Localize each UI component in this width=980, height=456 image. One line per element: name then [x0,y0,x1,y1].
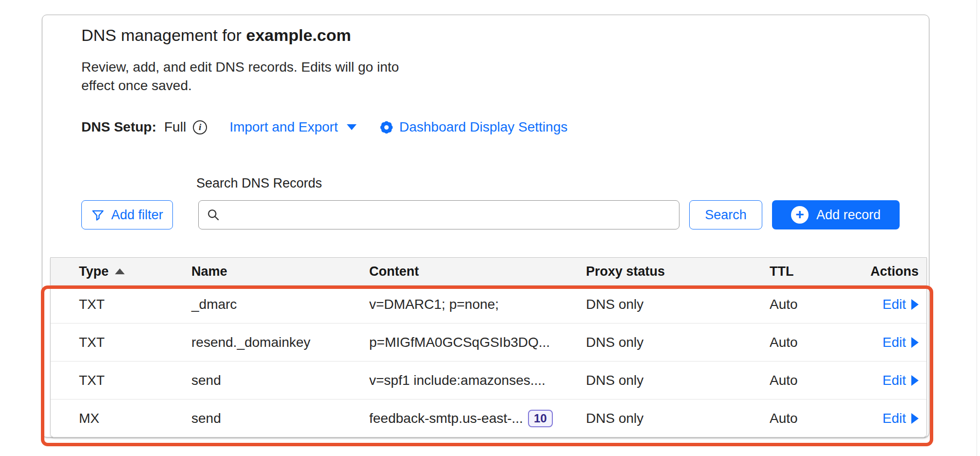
cell-actions: Edit [863,335,919,350]
dashboard-display-settings-link[interactable]: Dashboard Display Settings [380,119,568,135]
search-button[interactable]: Search [689,200,762,229]
header-label-actions: Actions [870,264,919,279]
triangle-right-icon [911,299,919,310]
cell-proxy-status-text: DNS only [586,335,643,350]
cell-type-text: TXT [79,373,105,388]
header-cell-content: Content [369,264,586,279]
edit-button-label: Edit [883,335,906,350]
search-icon [207,208,220,222]
cell-ttl: Auto [770,297,863,312]
table-row: MXsendfeedback-smtp.us-east-...10DNS onl… [51,399,926,437]
edit-button[interactable]: Edit [883,297,919,312]
cell-actions: Edit [863,297,919,312]
search-field-label: Search DNS Records [196,176,322,191]
edit-button-label: Edit [883,373,906,388]
cell-content-text: p=MIGfMA0GCSqGSIb3DQ... [369,335,550,350]
cell-name: _dmarc [191,297,369,312]
header-label-content: Content [369,264,419,279]
edit-button[interactable]: Edit [883,411,919,426]
cell-name-text: resend._domainkey [191,335,310,350]
cell-name-text: _dmarc [191,297,237,312]
table-body: TXT_dmarcv=DMARC1; p=none;DNS onlyAutoEd… [51,285,926,437]
triangle-right-icon [911,375,919,386]
cell-name: send [191,373,369,388]
cell-type-text: TXT [79,335,105,350]
header-cell-type[interactable]: Type [79,264,191,279]
search-input-container [198,200,679,229]
funnel-icon [91,208,105,222]
dns-setup-value: Full [164,119,186,135]
cell-proxy-status: DNS only [586,411,770,426]
cell-content: p=MIGfMA0GCSqGSIb3DQ... [369,335,586,350]
cell-ttl-text: Auto [770,297,798,312]
cell-content: feedback-smtp.us-east-...10 [369,410,586,427]
add-record-label: Add record [816,208,881,223]
dns-management-card: DNS management for example.com Review, a… [42,15,929,437]
page-description: Review, add, and edit DNS records. Edits… [81,58,403,95]
cell-type-text: MX [79,411,99,426]
header-label-ttl: TTL [770,264,793,279]
header-cell-name: Name [191,264,369,279]
table-header-row: TypeNameContentProxy statusTTLActions [51,258,926,285]
import-export-label: Import and Export [229,119,338,135]
cell-proxy-status: DNS only [586,373,770,388]
dns-setup-row: DNS Setup: Full i Import and Export Dash… [81,119,567,135]
cell-type: TXT [79,297,191,312]
cell-ttl-text: Auto [770,411,798,426]
triangle-right-icon [911,337,919,348]
chevron-down-icon [347,124,357,130]
cell-type: MX [79,411,191,426]
cell-actions: Edit [863,411,919,426]
header-label-proxy-status: Proxy status [586,264,665,279]
cell-content-text: v=spf1 include:amazonses.... [369,373,546,388]
table-row: TXT_dmarcv=DMARC1; p=none;DNS onlyAutoEd… [51,285,926,323]
cell-proxy-status: DNS only [586,297,770,312]
import-export-button[interactable]: Import and Export [229,119,357,135]
cell-type: TXT [79,335,191,350]
cell-actions: Edit [863,373,919,388]
header-cell-actions: Actions [863,264,919,279]
page-edge-divider [977,0,977,456]
cell-proxy-status-text: DNS only [586,297,643,312]
header-cell-ttl: TTL [770,264,863,279]
cell-content: v=DMARC1; p=none; [369,297,586,312]
cell-ttl: Auto [770,335,863,350]
edit-button[interactable]: Edit [883,373,919,388]
dashboard-display-settings-label: Dashboard Display Settings [399,119,568,135]
triangle-right-icon [911,413,919,424]
edit-button-label: Edit [883,297,906,312]
header-cell-proxy-status: Proxy status [586,264,770,279]
cell-ttl: Auto [770,411,863,426]
cell-name-text: send [191,411,221,426]
cell-ttl: Auto [770,373,863,388]
cell-proxy-status-text: DNS only [586,411,643,426]
page-title-domain: example.com [246,26,351,44]
gear-icon [380,121,393,134]
header-label-type: Type [79,264,109,279]
add-filter-label: Add filter [111,208,163,223]
cell-content: v=spf1 include:amazonses.... [369,373,586,388]
cell-content-text: v=DMARC1; p=none; [369,297,499,312]
cell-name: resend._domainkey [191,335,369,350]
priority-badge: 10 [528,410,553,427]
info-icon[interactable]: i [193,120,207,134]
cell-content-text: feedback-smtp.us-east-... [369,411,523,426]
cell-proxy-status: DNS only [586,335,770,350]
dns-records-table: TypeNameContentProxy statusTTLActions TX… [50,257,927,437]
cell-ttl-text: Auto [770,335,798,350]
page-title-prefix: DNS management for [81,26,242,44]
table-row: TXTsendv=spf1 include:amazonses....DNS o… [51,361,926,399]
add-record-button[interactable]: + Add record [772,200,900,229]
search-input[interactable] [227,201,671,229]
add-filter-button[interactable]: Add filter [81,200,173,229]
plus-icon: + [791,206,809,224]
search-button-label: Search [705,208,747,223]
edit-button[interactable]: Edit [883,335,919,350]
cell-proxy-status-text: DNS only [586,373,643,388]
edit-button-label: Edit [883,411,906,426]
cell-name: send [191,411,369,426]
cell-type-text: TXT [79,297,105,312]
cell-ttl-text: Auto [770,373,798,388]
dns-setup-label: DNS Setup: [81,119,156,135]
cell-name-text: send [191,373,221,388]
